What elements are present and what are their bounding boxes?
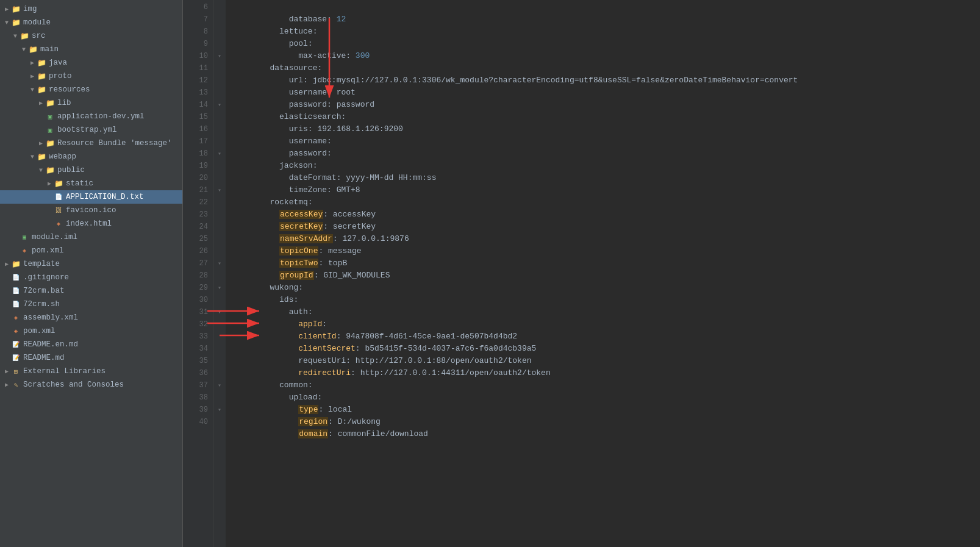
code-line: dateFormat: yyyy-MM-dd HH:mm:ss: [232, 160, 980, 172]
xml-icon: ◈: [11, 326, 21, 336]
arrow-static: ▶: [45, 180, 54, 187]
arrow-public: ▼: [37, 167, 45, 174]
sidebar-item-java[interactable]: ▶ 📁 java: [0, 56, 182, 70]
sidebar-item-label: pom.xml: [23, 327, 182, 335]
sidebar-item-app-dev-yml[interactable]: ▣ application-dev.yml: [0, 110, 182, 123]
sidebar-item-public[interactable]: ▼ 📁 public: [0, 163, 182, 177]
arrow-ext: ▶: [2, 368, 11, 375]
code-line: ids:: [232, 282, 980, 294]
folder-icon: 📁: [54, 179, 63, 188]
sidebar-item-src[interactable]: ▼ 📁 src: [0, 29, 182, 43]
folder-icon: 📁: [28, 45, 38, 54]
folder-icon: 📁: [45, 165, 55, 175]
arrow-img: ▶: [2, 5, 11, 13]
sidebar-item-scratches[interactable]: ▶ ✎ Scratches and Consoles: [0, 378, 182, 391]
arrow-template: ▶: [2, 260, 11, 268]
sidebar-item-webapp[interactable]: ▼ 📁 webapp: [0, 150, 182, 163]
arrow-java: ▶: [28, 59, 37, 66]
code-content[interactable]: database: 12 lettuce: pool: max-active: …: [226, 0, 980, 547]
folder-icon: 📁: [11, 18, 21, 27]
code-line: upload:: [232, 379, 980, 391]
sidebar-item-external-libraries[interactable]: ▶ ⊞ External Libraries: [0, 365, 182, 378]
code-line: type: local: [232, 391, 980, 404]
file-tree[interactable]: ▶ 📁 img ▼ 📁 module ▼ 📁 src ▼ 📁 main ▶ 📁 …: [0, 0, 183, 547]
arrow-resources: ▼: [28, 87, 37, 93]
sidebar-item-assembly-xml[interactable]: ◈ assembly.xml: [0, 311, 182, 324]
sidebar-item-root-pom[interactable]: ◈ pom.xml: [0, 324, 182, 338]
code-line: accessKey: accessKey: [232, 196, 980, 209]
folder-icon: 📁: [37, 152, 46, 162]
sidebar-item-gitignore[interactable]: 📄 .gitignore: [0, 271, 182, 284]
sidebar-item-label: module.iml: [32, 233, 182, 241]
bat-icon: 📄: [11, 286, 21, 296]
md-icon: 📝: [11, 340, 21, 349]
arrow-module: ▼: [2, 20, 11, 26]
sidebar-item-label: APPLICATION_D.txt: [66, 193, 182, 201]
code-editor[interactable]: 678910 1112131415 1617181920 2122232425 …: [183, 0, 980, 547]
line-numbers: 678910 1112131415 1617181920 2122232425 …: [183, 0, 213, 547]
sidebar-item-label: webapp: [49, 152, 182, 161]
code-line: url: jdbc:mysql://127.0.0.1:3306/wk_modu…: [232, 62, 980, 74]
code-line-clientid: clientId: 94a7808f-4d61-45ce-9ae1-de507b…: [232, 318, 980, 331]
sidebar-item-label: public: [57, 166, 182, 174]
sidebar-item-readme-en[interactable]: 📝 README.en.md: [0, 338, 182, 351]
sidebar-item-index-html[interactable]: ◈ index.html: [0, 217, 182, 231]
sidebar-item-label: pom.xml: [32, 246, 182, 255]
folder-icon: 📁: [37, 58, 46, 68]
sidebar-item-label: favicon.ico: [66, 206, 182, 215]
sidebar-item-72crm-bat[interactable]: 📄 72crm.bat: [0, 284, 182, 298]
sidebar-item-bootstrap-yml[interactable]: ▣ bootstrap.yml: [0, 123, 182, 137]
sidebar-item-label: Resource Bundle 'message': [57, 139, 182, 148]
folder-icon: 📁: [11, 259, 21, 269]
sidebar-item-module-iml[interactable]: ▣ module.iml: [0, 231, 182, 244]
code-line: max-active: 300: [232, 38, 980, 50]
sidebar-item-label: main: [40, 45, 182, 54]
sidebar-item-label: src: [32, 32, 182, 40]
sidebar-item-label: proto: [49, 72, 182, 80]
arrow-webapp: ▼: [28, 154, 37, 160]
code-gutter: ▾ ▾ ▾ ▾ ▾ ▾ ▾ ▾ ▾: [213, 0, 226, 547]
sidebar-item-favicon[interactable]: 🖼 favicon.ico: [0, 204, 182, 217]
yaml-icon: ▣: [45, 112, 55, 121]
sidebar-item-template[interactable]: ▶ 📁 template: [0, 257, 182, 271]
sidebar-item-module[interactable]: ▼ 📁 module: [0, 16, 182, 29]
sidebar-item-72crm-sh[interactable]: 📄 72crm.sh: [0, 298, 182, 311]
sidebar-item-label: Scratches and Consoles: [23, 381, 182, 389]
sidebar-item-module-pom[interactable]: ◈ pom.xml: [0, 244, 182, 257]
sidebar-item-label: resources: [49, 85, 182, 94]
sidebar-item-label: static: [66, 179, 182, 188]
sidebar-item-application-d-txt[interactable]: 📄 APPLICATION_D.txt: [0, 190, 182, 204]
sidebar-item-readme[interactable]: 📝 README.md: [0, 351, 182, 365]
folder-icon: 📁: [20, 31, 29, 41]
txt-icon: 📄: [54, 192, 63, 202]
sidebar-item-label: assembly.xml: [23, 313, 182, 322]
sidebar-item-label: lib: [57, 99, 182, 107]
folder-icon: 📁: [45, 98, 55, 108]
sidebar-item-label: 72crm.sh: [23, 300, 182, 309]
sidebar-item-static[interactable]: ▶ 📁 static: [0, 177, 182, 190]
html-icon: ◈: [54, 219, 63, 229]
arrow-main: ▼: [20, 46, 28, 53]
sidebar-item-main[interactable]: ▼ 📁 main: [0, 43, 182, 56]
folder-icon: 📁: [37, 85, 46, 95]
sidebar-item-label: .gitignore: [23, 273, 182, 282]
code-line: auth:: [232, 294, 980, 306]
sidebar-item-label: java: [49, 59, 182, 67]
sidebar-item-label: img: [23, 5, 182, 13]
sidebar-item-resources[interactable]: ▼ 📁 resources: [0, 83, 182, 96]
sidebar-item-label: bootstrap.yml: [57, 126, 182, 134]
file-icon: 📄: [11, 273, 21, 282]
yaml-icon: ▣: [45, 125, 55, 135]
sidebar-item-proto[interactable]: ▶ 📁 proto: [0, 70, 182, 83]
sidebar-item-resource-bundle[interactable]: ▶ 📁 Resource Bundle 'message': [0, 137, 182, 150]
code-line-appid: appId:: [232, 306, 980, 318]
lib-icon: ⊞: [11, 366, 21, 376]
sidebar-item-label: README.md: [23, 354, 182, 362]
sidebar-item-img[interactable]: ▶ 📁 img: [0, 2, 182, 16]
arrow-proto: ▶: [28, 73, 37, 80]
iml-icon: ▣: [20, 232, 29, 242]
folder-icon: 📁: [37, 71, 46, 81]
arrow-rb: ▶: [37, 140, 45, 147]
sidebar-item-lib[interactable]: ▶ 📁 lib: [0, 96, 182, 110]
md-icon: 📝: [11, 353, 21, 363]
